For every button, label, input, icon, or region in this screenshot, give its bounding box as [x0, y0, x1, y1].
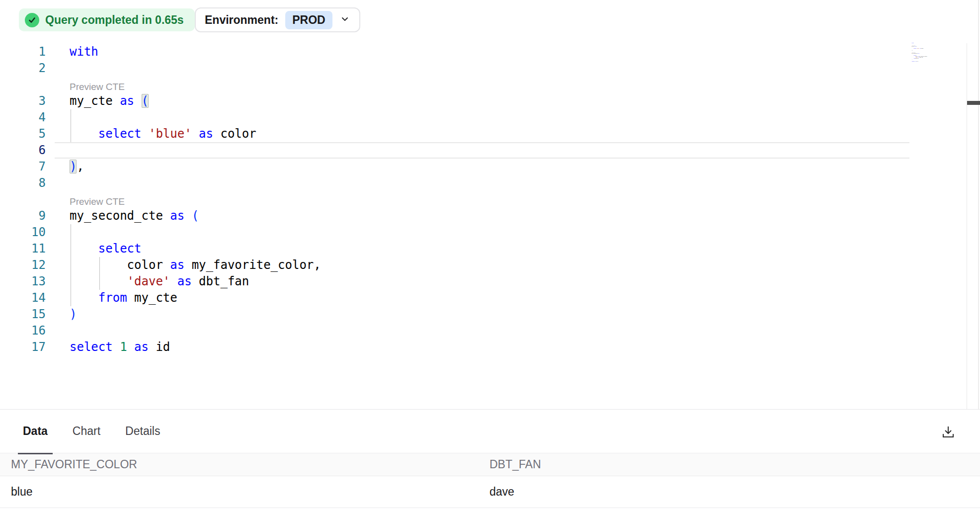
tab-chart[interactable]: Chart: [68, 410, 105, 453]
line-number: 13: [0, 273, 55, 290]
line-number: 11: [0, 241, 55, 257]
indent-guide: [71, 126, 71, 142]
indent-guide: [71, 109, 71, 126]
chevron-down-icon: [339, 13, 350, 26]
line-number: 1: [0, 44, 55, 60]
code-line-content: with: [55, 44, 909, 60]
indent-guide: [71, 290, 71, 306]
cell-my-favorite-color: blue: [0, 485, 490, 499]
code-line-content: ): [55, 306, 909, 323]
code-line-content: select 1 as id: [55, 339, 909, 355]
line-number: 6: [0, 142, 55, 159]
code-line[interactable]: 11 select: [0, 241, 980, 257]
environment-label: Environment:: [205, 13, 278, 27]
line-number: 3: [0, 93, 55, 109]
code-line-content: select: [55, 241, 909, 257]
results-header-row: MY_FAVORITE_COLOR DBT_FAN: [0, 453, 980, 476]
code-line[interactable]: 17select 1 as id: [0, 339, 980, 355]
indent-guide: [71, 257, 71, 273]
code-line-content: select 'blue' as color: [55, 126, 909, 142]
indent-guide: [99, 273, 100, 290]
line-number: 10: [0, 224, 55, 241]
code-line-content: [55, 224, 909, 241]
results-tabs: Data Chart Details: [0, 410, 980, 453]
line-number: 15: [0, 306, 55, 323]
code-line[interactable]: 10: [0, 224, 980, 241]
code-line-content: select 1 as id: [911, 61, 931, 62]
cell-dbt-fan: dave: [490, 485, 980, 499]
line-number: 17: [0, 339, 55, 355]
line-number: 4: [0, 109, 55, 126]
code-line-content: [55, 142, 909, 159]
code-line-content: 'dave' as dbt_fan: [55, 273, 909, 290]
line-number: 8: [0, 175, 55, 191]
code-line[interactable]: 5 select 'blue' as color: [0, 126, 980, 142]
table-row[interactable]: blue dave: [0, 476, 980, 508]
code-line-content: color as my_favorite_color,: [55, 257, 909, 273]
preview-cte-link[interactable]: Preview CTE: [55, 191, 909, 208]
indent-guide: [71, 241, 71, 257]
scrollbar-thumb[interactable]: [967, 101, 980, 105]
code-line[interactable]: 2: [0, 60, 980, 77]
line-number: 9: [0, 208, 55, 224]
code-line[interactable]: 12 color as my_favorite_color,: [0, 257, 980, 273]
line-number: 2: [0, 60, 55, 77]
code-line[interactable]: 1with: [0, 44, 980, 60]
tab-details[interactable]: Details: [120, 410, 165, 453]
code-line[interactable]: 15): [0, 306, 980, 323]
minimap[interactable]: withPreview CTEmy_cte as ( select 'blue'…: [911, 43, 941, 67]
results-panel: Data Chart Details MY_FAVORITE_COLOR DBT…: [0, 409, 980, 510]
sql-editor[interactable]: 1with2Preview CTE3my_cte as (45 select '…: [0, 44, 980, 355]
indent-guide: [99, 257, 100, 273]
check-circle-icon: [25, 13, 39, 27]
indent-guide: [71, 224, 71, 241]
code-line[interactable]: 8: [0, 175, 980, 191]
code-line-content: [55, 175, 909, 191]
line-number: 16: [0, 323, 55, 339]
tab-data[interactable]: Data: [18, 410, 53, 453]
query-status-badge: Query completed in 0.65s: [19, 8, 195, 31]
environment-selector[interactable]: Environment: PROD: [195, 7, 360, 32]
environment-value-pill: PROD: [285, 11, 332, 29]
minimap-content: withPreview CTEmy_cte as ( select 'blue'…: [911, 43, 936, 62]
code-line[interactable]: 3my_cte as (: [0, 93, 980, 109]
code-line[interactable]: 6: [0, 142, 980, 159]
code-line[interactable]: 14 from my_cte: [0, 290, 980, 306]
editor-right-border: [978, 0, 979, 409]
code-line-content: my_cte as (: [55, 93, 909, 109]
line-number: 7: [0, 159, 55, 175]
query-status-text: Query completed in 0.65s: [45, 13, 184, 27]
code-line[interactable]: 13 'dave' as dbt_fan: [0, 273, 980, 290]
line-number: 12: [0, 257, 55, 273]
column-header-dbt-fan[interactable]: DBT_FAN: [490, 458, 980, 471]
indent-guide: [71, 273, 71, 290]
code-line-content: [55, 109, 909, 126]
codelens-row: Preview CTE: [0, 77, 980, 93]
code-line-content: from my_cte: [55, 290, 909, 306]
preview-cte-link[interactable]: Preview CTE: [55, 77, 909, 93]
code-line[interactable]: 16: [0, 323, 980, 339]
codelens-row: Preview CTE: [0, 191, 980, 208]
code-line[interactable]: 7),: [0, 159, 980, 175]
line-number: 5: [0, 126, 55, 142]
code-line-content: [55, 323, 909, 339]
column-header-my-favorite-color[interactable]: MY_FAVORITE_COLOR: [0, 458, 490, 471]
code-line-content: [55, 60, 909, 77]
code-line[interactable]: 4: [0, 109, 980, 126]
code-line-content: my_second_cte as (: [55, 208, 909, 224]
line-number: 14: [0, 290, 55, 306]
code-line-content: ),: [55, 159, 909, 175]
download-icon: [941, 425, 956, 441]
code-line[interactable]: 9my_second_cte as (: [0, 208, 980, 224]
download-button[interactable]: [937, 422, 959, 443]
